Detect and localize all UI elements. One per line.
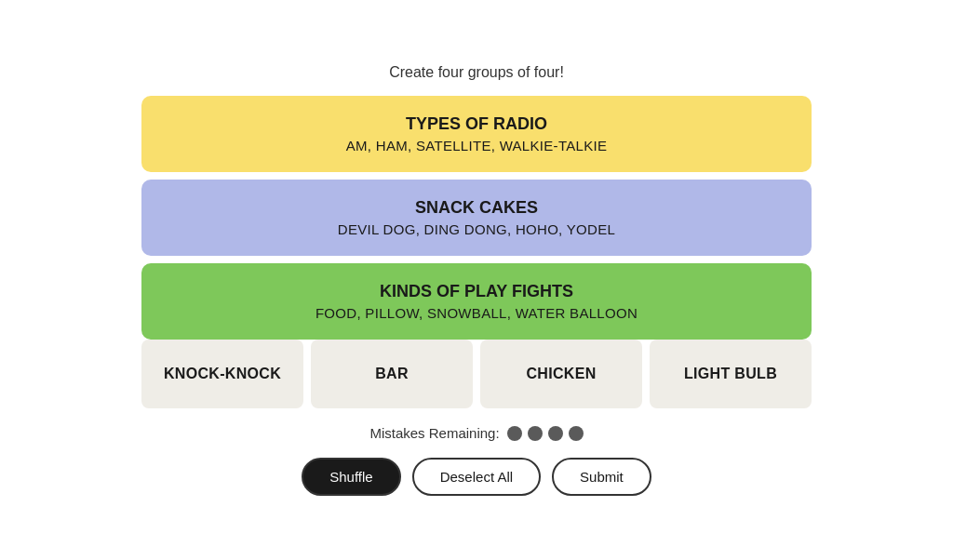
group-card-purple: SNACK CAKES DEVIL DOG, DING DONG, HOHO, …: [141, 180, 812, 256]
group-card-yellow: TYPES OF RADIO AM, HAM, SATELLITE, WALKI…: [141, 96, 812, 172]
group-items-purple: DEVIL DOG, DING DONG, HOHO, YODEL: [164, 221, 789, 237]
group-items-green: FOOD, PILLOW, SNOWBALL, WATER BALLOON: [164, 305, 789, 321]
game-container: Create four groups of four! TYPES OF RAD…: [141, 64, 812, 496]
subtitle: Create four groups of four!: [389, 64, 564, 81]
tile-1[interactable]: BAR: [311, 340, 473, 408]
mistake-dot-2: [548, 426, 563, 441]
buttons-row: Shuffle Deselect All Submit: [302, 458, 651, 496]
tile-3[interactable]: LIGHT BULB: [650, 340, 812, 408]
group-card-green: KINDS OF PLAY FIGHTS FOOD, PILLOW, SNOWB…: [141, 263, 812, 340]
deselect-all-button[interactable]: Deselect All: [412, 458, 541, 496]
mistakes-row: Mistakes Remaining:: [369, 425, 583, 441]
group-title-yellow: TYPES OF RADIO: [164, 114, 789, 134]
group-title-purple: SNACK CAKES: [164, 198, 789, 218]
group-items-yellow: AM, HAM, SATELLITE, WALKIE-TALKIE: [164, 138, 789, 153]
mistake-dot-1: [528, 426, 543, 441]
groups-area: TYPES OF RADIO AM, HAM, SATELLITE, WALKI…: [141, 96, 812, 340]
mistakes-label: Mistakes Remaining:: [369, 425, 499, 441]
mistakes-dots: [507, 426, 584, 441]
mistake-dot-0: [507, 426, 522, 441]
tile-0[interactable]: KNOCK-KNOCK: [141, 340, 303, 408]
mistake-dot-3: [569, 426, 584, 441]
tile-2[interactable]: CHICKEN: [480, 340, 642, 408]
tiles-row: KNOCK-KNOCKBARCHICKENLIGHT BULB: [141, 340, 812, 408]
submit-button[interactable]: Submit: [552, 458, 651, 496]
group-title-green: KINDS OF PLAY FIGHTS: [164, 282, 789, 301]
shuffle-button[interactable]: Shuffle: [302, 458, 400, 496]
